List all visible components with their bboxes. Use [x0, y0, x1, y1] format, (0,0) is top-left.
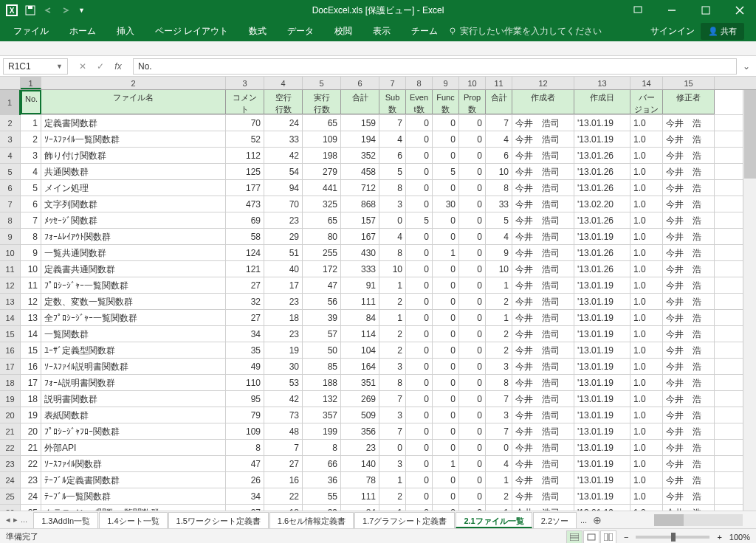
cell[interactable]: 0: [406, 391, 433, 407]
cell[interactable]: 共通関数群: [41, 164, 226, 179]
cell[interactable]: 今井 浩: [663, 391, 715, 407]
cell[interactable]: 1.0: [630, 196, 663, 212]
cell[interactable]: 9: [486, 245, 512, 260]
cell[interactable]: メイン処理: [41, 180, 226, 196]
cell[interactable]: 今井 浩: [663, 375, 715, 390]
cell[interactable]: 今井 浩司: [512, 472, 574, 488]
cell[interactable]: 5: [433, 164, 459, 179]
cell[interactable]: 51: [264, 245, 303, 260]
cell[interactable]: 0: [459, 196, 486, 212]
row-header[interactable]: 12: [0, 277, 21, 293]
cell[interactable]: 1: [486, 310, 512, 325]
cell[interactable]: 0: [406, 229, 433, 244]
cell[interactable]: 0: [433, 115, 459, 131]
view-layout-icon[interactable]: [583, 530, 599, 544]
cell[interactable]: Prop 数: [459, 90, 486, 114]
cell[interactable]: 0: [433, 229, 459, 244]
cell[interactable]: 7: [486, 391, 512, 407]
cell[interactable]: 0: [433, 294, 459, 309]
tab-home[interactable]: ホーム: [59, 21, 106, 41]
cell[interactable]: 2: [379, 488, 406, 504]
cell[interactable]: 1.0: [630, 456, 663, 471]
cell[interactable]: 18: [21, 391, 41, 407]
cell[interactable]: ｿｰｽﾌｧｲﾙ一覧関数群: [41, 131, 226, 147]
cell[interactable]: 95: [226, 391, 264, 407]
cell[interactable]: 1.0: [630, 440, 663, 455]
save-icon[interactable]: [25, 5, 35, 15]
view-normal-icon[interactable]: [566, 530, 583, 544]
cell[interactable]: 1.0: [630, 115, 663, 131]
cell[interactable]: 0: [486, 440, 512, 455]
zoom-out-button[interactable]: −: [624, 533, 628, 542]
cell[interactable]: 1.0: [630, 164, 663, 179]
cell[interactable]: 13: [21, 310, 41, 325]
cell[interactable]: 42: [264, 391, 303, 407]
cell[interactable]: 1.0: [630, 472, 663, 488]
cell[interactable]: 今井 浩: [663, 115, 715, 131]
cancel-formula-icon[interactable]: ✕: [77, 61, 89, 72]
cell[interactable]: '13.01.19: [574, 342, 630, 358]
fx-icon[interactable]: fx: [112, 61, 124, 72]
cell[interactable]: 0: [406, 326, 433, 342]
cell[interactable]: 3: [379, 359, 406, 374]
cell[interactable]: 0: [433, 391, 459, 407]
cell[interactable]: 357: [303, 407, 341, 423]
cell[interactable]: 0: [459, 326, 486, 342]
cell[interactable]: 1.0: [630, 391, 663, 407]
cell[interactable]: 今井 浩司: [512, 196, 574, 212]
view-pagebreak-icon[interactable]: [600, 530, 616, 544]
cell[interactable]: 157: [341, 212, 379, 228]
row-header[interactable]: 20: [0, 407, 21, 423]
cell[interactable]: 4: [21, 164, 41, 179]
cell[interactable]: 3: [486, 359, 512, 374]
cell[interactable]: 1.0: [630, 245, 663, 260]
cell[interactable]: 114: [341, 326, 379, 342]
cell[interactable]: 40: [264, 261, 303, 277]
cell[interactable]: 79: [226, 407, 264, 423]
cell[interactable]: 48: [264, 423, 303, 439]
cell[interactable]: 84: [341, 505, 379, 511]
cell[interactable]: 今井 浩司: [512, 115, 574, 131]
share-button[interactable]: 👤共有: [701, 23, 744, 40]
cell[interactable]: 0: [459, 294, 486, 309]
cell[interactable]: 58: [226, 229, 264, 244]
cell[interactable]: 110: [226, 375, 264, 390]
cell[interactable]: 1: [433, 245, 459, 260]
cell[interactable]: 172: [303, 261, 341, 277]
cell[interactable]: 今井 浩司: [512, 375, 574, 390]
cell[interactable]: 124: [226, 245, 264, 260]
sheet-tab[interactable]: 2.2ソー: [533, 512, 577, 528]
cell[interactable]: 定数、変数一覧関数群: [41, 294, 226, 309]
cell[interactable]: 188: [303, 375, 341, 390]
cell[interactable]: 1.0: [630, 261, 663, 277]
cell[interactable]: 18: [264, 505, 303, 511]
cell[interactable]: 112: [226, 148, 264, 163]
cell[interactable]: 0: [433, 148, 459, 163]
cell[interactable]: バー ジョン: [630, 90, 663, 114]
expand-formula-icon[interactable]: ⌄: [740, 61, 753, 72]
cell[interactable]: 16: [21, 359, 41, 374]
cell[interactable]: 53: [264, 375, 303, 390]
cell[interactable]: 177: [226, 180, 264, 196]
cell[interactable]: '13.01.19: [574, 505, 630, 511]
cell[interactable]: 1.0: [630, 277, 663, 293]
cell[interactable]: 27: [264, 456, 303, 471]
cell[interactable]: 0: [433, 488, 459, 504]
cell[interactable]: 47: [303, 277, 341, 293]
cell[interactable]: 今井 浩: [663, 164, 715, 179]
cell[interactable]: 167: [341, 229, 379, 244]
row-header[interactable]: 13: [0, 294, 21, 309]
cell[interactable]: 0: [459, 310, 486, 325]
cell[interactable]: ｿｰｽﾌｧｲﾙ説明書関数群: [41, 359, 226, 374]
row-header[interactable]: 16: [0, 342, 21, 358]
cell[interactable]: 0: [433, 359, 459, 374]
cell[interactable]: 今井 浩: [663, 326, 715, 342]
cell[interactable]: 509: [341, 407, 379, 423]
cell[interactable]: 473: [226, 196, 264, 212]
row-header[interactable]: 6: [0, 180, 21, 196]
cell[interactable]: '13.01.26: [574, 245, 630, 260]
cell[interactable]: 4: [486, 131, 512, 147]
cell[interactable]: 1.0: [630, 229, 663, 244]
cell[interactable]: 表紙関数群: [41, 407, 226, 423]
col-header[interactable]: 9: [433, 77, 459, 89]
